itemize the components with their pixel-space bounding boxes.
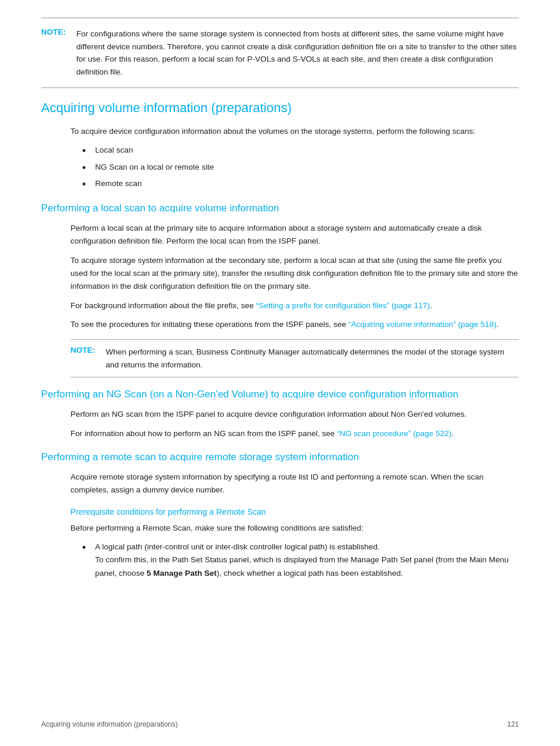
bullet-dot-3: • (82, 177, 93, 191)
bullet-ng-scan-text: NG Scan on a local or remote site (95, 161, 214, 174)
acquiring-intro: To acquire device configuration informat… (70, 125, 519, 138)
local-scan-para4: To see the procedures for initiating the… (70, 318, 519, 331)
bullet-local-scan-text: Local scan (95, 144, 133, 157)
section-title-remote-scan: Performing a remote scan to acquire remo… (41, 451, 519, 464)
prereq-bullet1-text: A logical path (inter-control unit or in… (95, 542, 380, 551)
prereq-sub-text: To confirm this, in the Path Set Status … (95, 555, 509, 577)
top-note-text: For configurations where the same storag… (76, 28, 519, 78)
para3-prefix: For background information about the fil… (70, 301, 256, 310)
ng-para2-suffix: . (451, 429, 454, 438)
ng-para2-prefix: For information about how to perform an … (70, 429, 337, 438)
bullet-dot-2: • (82, 161, 93, 175)
para3-suffix: . (430, 301, 432, 310)
ng-scan-para2: For information about how to perform an … (70, 427, 519, 440)
prereq-sub-bold: 5 Manage Path Set (147, 569, 217, 578)
top-note-label: NOTE: (41, 28, 73, 36)
prereq-intro: Before performing a Remote Scan, make su… (70, 522, 519, 535)
prereq-sub-end: ), check whether a logical path has been… (217, 569, 403, 578)
local-scan-note: NOTE: When performing a scan, Business C… (70, 339, 519, 377)
bullet-dot-1: • (82, 144, 93, 158)
prereq-bullet-dot: • (82, 541, 93, 555)
para4-suffix: . (497, 320, 499, 329)
local-scan-para3: For background information about the fil… (70, 299, 519, 312)
section-title-ng-scan: Performing an NG Scan (on a Non-Gen'ed V… (41, 388, 519, 401)
prereq-bullet1: • A logical path (inter-control unit or … (82, 541, 519, 580)
bullet-ng-scan: • NG Scan on a local or remote site (82, 161, 519, 175)
acquiring-bullets: • Local scan • NG Scan on a local or rem… (82, 144, 519, 191)
page: NOTE: For configurations where the same … (0, 0, 560, 746)
footer-page-number: 121 (507, 720, 519, 728)
section-title-local-scan: Performing a local scan to acquire volum… (41, 202, 519, 215)
top-note-box: NOTE: For configurations where the same … (41, 28, 519, 88)
section-title-prereq: Prerequisite conditions for performing a… (70, 507, 519, 517)
bullet-local-scan: • Local scan (82, 144, 519, 158)
footer: Acquiring volume information (preparatio… (41, 720, 519, 728)
para4-link[interactable]: “Acquiring volume information” (page 518… (349, 320, 497, 329)
bullet-remote-scan-text: Remote scan (95, 177, 142, 190)
prereq-bullets: • A logical path (inter-control unit or … (82, 541, 519, 580)
ng-para2-link[interactable]: “NG scan procedure” (page 522) (337, 429, 451, 438)
footer-section-label: Acquiring volume information (preparatio… (41, 720, 178, 728)
local-scan-note-text: When performing a scan, Business Continu… (106, 346, 519, 371)
section-title-acquiring: Acquiring volume information (preparatio… (41, 100, 519, 117)
ng-scan-para1: Perform an NG scan from the ISPF panel t… (70, 408, 519, 421)
local-scan-note-label: NOTE: (70, 346, 102, 355)
remote-scan-intro: Acquire remote storage system informatio… (70, 471, 519, 497)
bullet-remote-scan: • Remote scan (82, 177, 519, 191)
top-divider (41, 18, 519, 18)
local-scan-para1: Perform a local scan at the primary site… (70, 222, 519, 248)
para3-link[interactable]: “Setting a prefix for configuration file… (256, 301, 430, 310)
para4-prefix: To see the procedures for initiating the… (70, 320, 349, 329)
local-scan-para2: To acquire storage system information at… (70, 254, 519, 293)
prereq-bullet1-content: A logical path (inter-control unit or in… (95, 541, 519, 580)
